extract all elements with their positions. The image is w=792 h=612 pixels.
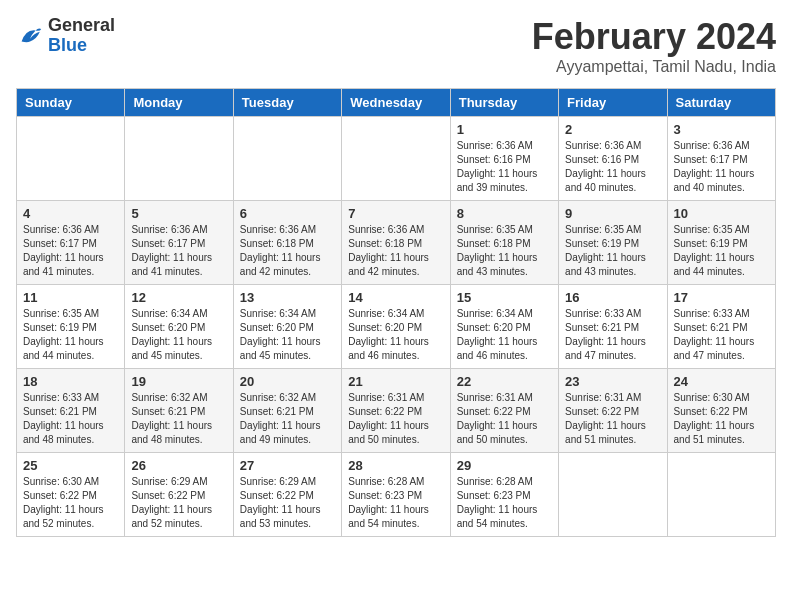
calendar-day-header: Saturday — [667, 89, 775, 117]
day-number: 22 — [457, 374, 552, 389]
day-number: 28 — [348, 458, 443, 473]
day-number: 25 — [23, 458, 118, 473]
day-info: Sunrise: 6:32 AM Sunset: 6:21 PM Dayligh… — [131, 391, 226, 447]
calendar-day-header: Monday — [125, 89, 233, 117]
day-number: 27 — [240, 458, 335, 473]
day-info: Sunrise: 6:31 AM Sunset: 6:22 PM Dayligh… — [457, 391, 552, 447]
calendar-day-cell: 27Sunrise: 6:29 AM Sunset: 6:22 PM Dayli… — [233, 453, 341, 537]
logo: General Blue — [16, 16, 115, 56]
title-area: February 2024 Ayyampettai, Tamil Nadu, I… — [532, 16, 776, 76]
day-number: 4 — [23, 206, 118, 221]
day-number: 24 — [674, 374, 769, 389]
calendar-day-cell: 20Sunrise: 6:32 AM Sunset: 6:21 PM Dayli… — [233, 369, 341, 453]
calendar-day-header: Friday — [559, 89, 667, 117]
calendar-week-row: 11Sunrise: 6:35 AM Sunset: 6:19 PM Dayli… — [17, 285, 776, 369]
day-number: 20 — [240, 374, 335, 389]
calendar-day-cell: 5Sunrise: 6:36 AM Sunset: 6:17 PM Daylig… — [125, 201, 233, 285]
day-info: Sunrise: 6:36 AM Sunset: 6:18 PM Dayligh… — [348, 223, 443, 279]
calendar-day-cell: 18Sunrise: 6:33 AM Sunset: 6:21 PM Dayli… — [17, 369, 125, 453]
logo-text: General Blue — [48, 16, 115, 56]
calendar-day-cell: 4Sunrise: 6:36 AM Sunset: 6:17 PM Daylig… — [17, 201, 125, 285]
day-number: 19 — [131, 374, 226, 389]
day-number: 9 — [565, 206, 660, 221]
calendar-day-cell: 29Sunrise: 6:28 AM Sunset: 6:23 PM Dayli… — [450, 453, 558, 537]
calendar-day-cell: 13Sunrise: 6:34 AM Sunset: 6:20 PM Dayli… — [233, 285, 341, 369]
day-number: 29 — [457, 458, 552, 473]
calendar-day-cell — [667, 453, 775, 537]
calendar-day-cell: 23Sunrise: 6:31 AM Sunset: 6:22 PM Dayli… — [559, 369, 667, 453]
calendar-day-cell: 6Sunrise: 6:36 AM Sunset: 6:18 PM Daylig… — [233, 201, 341, 285]
calendar-day-cell: 7Sunrise: 6:36 AM Sunset: 6:18 PM Daylig… — [342, 201, 450, 285]
day-info: Sunrise: 6:29 AM Sunset: 6:22 PM Dayligh… — [131, 475, 226, 531]
day-info: Sunrise: 6:35 AM Sunset: 6:18 PM Dayligh… — [457, 223, 552, 279]
day-info: Sunrise: 6:29 AM Sunset: 6:22 PM Dayligh… — [240, 475, 335, 531]
calendar-day-cell: 9Sunrise: 6:35 AM Sunset: 6:19 PM Daylig… — [559, 201, 667, 285]
calendar-day-cell: 8Sunrise: 6:35 AM Sunset: 6:18 PM Daylig… — [450, 201, 558, 285]
calendar-day-cell: 19Sunrise: 6:32 AM Sunset: 6:21 PM Dayli… — [125, 369, 233, 453]
day-info: Sunrise: 6:36 AM Sunset: 6:16 PM Dayligh… — [457, 139, 552, 195]
day-info: Sunrise: 6:31 AM Sunset: 6:22 PM Dayligh… — [348, 391, 443, 447]
day-info: Sunrise: 6:30 AM Sunset: 6:22 PM Dayligh… — [674, 391, 769, 447]
day-number: 8 — [457, 206, 552, 221]
calendar-day-header: Thursday — [450, 89, 558, 117]
day-info: Sunrise: 6:33 AM Sunset: 6:21 PM Dayligh… — [674, 307, 769, 363]
page-header: General Blue February 2024 Ayyampettai, … — [16, 16, 776, 76]
subtitle: Ayyampettai, Tamil Nadu, India — [532, 58, 776, 76]
calendar-day-header: Wednesday — [342, 89, 450, 117]
calendar-table: SundayMondayTuesdayWednesdayThursdayFrid… — [16, 88, 776, 537]
day-number: 21 — [348, 374, 443, 389]
day-number: 2 — [565, 122, 660, 137]
day-info: Sunrise: 6:33 AM Sunset: 6:21 PM Dayligh… — [23, 391, 118, 447]
day-info: Sunrise: 6:31 AM Sunset: 6:22 PM Dayligh… — [565, 391, 660, 447]
day-info: Sunrise: 6:36 AM Sunset: 6:18 PM Dayligh… — [240, 223, 335, 279]
calendar-header-row: SundayMondayTuesdayWednesdayThursdayFrid… — [17, 89, 776, 117]
day-info: Sunrise: 6:35 AM Sunset: 6:19 PM Dayligh… — [674, 223, 769, 279]
calendar-week-row: 1Sunrise: 6:36 AM Sunset: 6:16 PM Daylig… — [17, 117, 776, 201]
day-info: Sunrise: 6:34 AM Sunset: 6:20 PM Dayligh… — [457, 307, 552, 363]
day-info: Sunrise: 6:30 AM Sunset: 6:22 PM Dayligh… — [23, 475, 118, 531]
day-number: 12 — [131, 290, 226, 305]
calendar-day-cell — [17, 117, 125, 201]
day-info: Sunrise: 6:34 AM Sunset: 6:20 PM Dayligh… — [131, 307, 226, 363]
calendar-day-cell: 1Sunrise: 6:36 AM Sunset: 6:16 PM Daylig… — [450, 117, 558, 201]
day-info: Sunrise: 6:36 AM Sunset: 6:17 PM Dayligh… — [674, 139, 769, 195]
day-number: 11 — [23, 290, 118, 305]
calendar-day-header: Tuesday — [233, 89, 341, 117]
day-number: 26 — [131, 458, 226, 473]
day-number: 18 — [23, 374, 118, 389]
main-title: February 2024 — [532, 16, 776, 58]
day-info: Sunrise: 6:28 AM Sunset: 6:23 PM Dayligh… — [348, 475, 443, 531]
calendar-day-cell: 11Sunrise: 6:35 AM Sunset: 6:19 PM Dayli… — [17, 285, 125, 369]
calendar-day-cell: 15Sunrise: 6:34 AM Sunset: 6:20 PM Dayli… — [450, 285, 558, 369]
logo-bird-icon — [16, 22, 44, 50]
calendar-day-cell: 21Sunrise: 6:31 AM Sunset: 6:22 PM Dayli… — [342, 369, 450, 453]
calendar-day-cell: 3Sunrise: 6:36 AM Sunset: 6:17 PM Daylig… — [667, 117, 775, 201]
calendar-day-cell: 10Sunrise: 6:35 AM Sunset: 6:19 PM Dayli… — [667, 201, 775, 285]
day-number: 13 — [240, 290, 335, 305]
calendar-day-cell — [125, 117, 233, 201]
calendar-week-row: 18Sunrise: 6:33 AM Sunset: 6:21 PM Dayli… — [17, 369, 776, 453]
day-number: 10 — [674, 206, 769, 221]
calendar-day-cell: 28Sunrise: 6:28 AM Sunset: 6:23 PM Dayli… — [342, 453, 450, 537]
day-info: Sunrise: 6:36 AM Sunset: 6:17 PM Dayligh… — [23, 223, 118, 279]
calendar-day-cell — [233, 117, 341, 201]
calendar-day-cell: 26Sunrise: 6:29 AM Sunset: 6:22 PM Dayli… — [125, 453, 233, 537]
calendar-day-cell: 17Sunrise: 6:33 AM Sunset: 6:21 PM Dayli… — [667, 285, 775, 369]
calendar-week-row: 25Sunrise: 6:30 AM Sunset: 6:22 PM Dayli… — [17, 453, 776, 537]
calendar-day-cell: 24Sunrise: 6:30 AM Sunset: 6:22 PM Dayli… — [667, 369, 775, 453]
calendar-day-cell: 2Sunrise: 6:36 AM Sunset: 6:16 PM Daylig… — [559, 117, 667, 201]
day-number: 17 — [674, 290, 769, 305]
calendar-day-header: Sunday — [17, 89, 125, 117]
day-number: 1 — [457, 122, 552, 137]
day-info: Sunrise: 6:36 AM Sunset: 6:17 PM Dayligh… — [131, 223, 226, 279]
day-number: 5 — [131, 206, 226, 221]
calendar-day-cell — [559, 453, 667, 537]
calendar-day-cell — [342, 117, 450, 201]
day-info: Sunrise: 6:32 AM Sunset: 6:21 PM Dayligh… — [240, 391, 335, 447]
day-number: 3 — [674, 122, 769, 137]
day-number: 14 — [348, 290, 443, 305]
day-info: Sunrise: 6:34 AM Sunset: 6:20 PM Dayligh… — [240, 307, 335, 363]
day-number: 15 — [457, 290, 552, 305]
day-info: Sunrise: 6:35 AM Sunset: 6:19 PM Dayligh… — [565, 223, 660, 279]
day-info: Sunrise: 6:33 AM Sunset: 6:21 PM Dayligh… — [565, 307, 660, 363]
